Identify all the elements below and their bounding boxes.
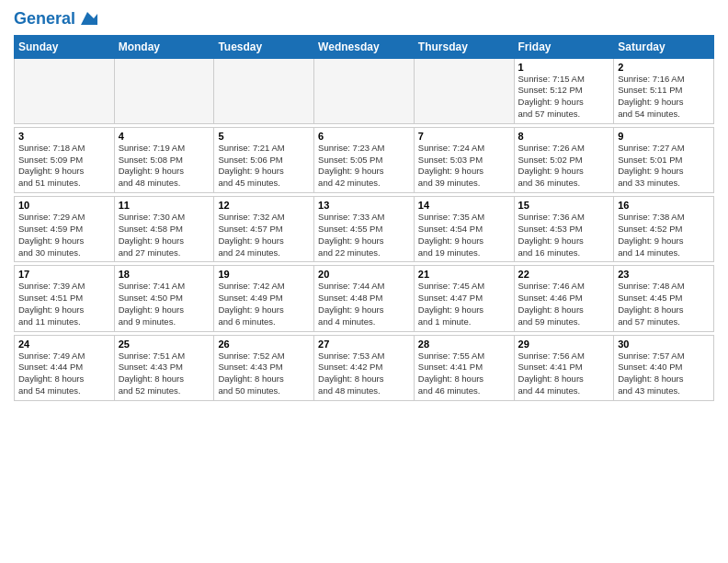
calendar-cell: 12Sunrise: 7:32 AM Sunset: 4:57 PM Dayli… bbox=[214, 197, 314, 262]
day-info: Sunrise: 7:35 AM Sunset: 4:54 PM Dayligh… bbox=[418, 212, 510, 259]
calendar-cell: 10Sunrise: 7:29 AM Sunset: 4:59 PM Dayli… bbox=[15, 197, 115, 262]
day-number: 1 bbox=[518, 62, 610, 73]
calendar-cell: 14Sunrise: 7:35 AM Sunset: 4:54 PM Dayli… bbox=[414, 197, 514, 262]
calendar-cell: 11Sunrise: 7:30 AM Sunset: 4:58 PM Dayli… bbox=[114, 197, 214, 262]
day-number: 10 bbox=[18, 200, 110, 211]
calendar-header-friday: Friday bbox=[514, 35, 614, 58]
calendar-cell bbox=[414, 58, 514, 123]
day-info: Sunrise: 7:39 AM Sunset: 4:51 PM Dayligh… bbox=[18, 281, 110, 327]
day-info: Sunrise: 7:49 AM Sunset: 4:44 PM Dayligh… bbox=[18, 350, 110, 397]
logo-icon bbox=[77, 8, 97, 29]
calendar-cell: 17Sunrise: 7:39 AM Sunset: 4:51 PM Dayli… bbox=[15, 266, 115, 331]
calendar-week-1: 1Sunrise: 7:15 AM Sunset: 5:12 PM Daylig… bbox=[15, 58, 714, 123]
day-number: 9 bbox=[618, 131, 710, 142]
calendar-cell: 27Sunrise: 7:53 AM Sunset: 4:42 PM Dayli… bbox=[314, 335, 415, 400]
calendar-header-row: SundayMondayTuesdayWednesdayThursdayFrid… bbox=[15, 35, 714, 58]
calendar-cell bbox=[114, 58, 214, 123]
calendar-week-2: 3Sunrise: 7:18 AM Sunset: 5:09 PM Daylig… bbox=[15, 127, 714, 192]
calendar-header-monday: Monday bbox=[114, 35, 214, 58]
day-info: Sunrise: 7:26 AM Sunset: 5:02 PM Dayligh… bbox=[518, 143, 610, 190]
calendar-cell: 29Sunrise: 7:56 AM Sunset: 4:41 PM Dayli… bbox=[514, 335, 614, 400]
day-number: 29 bbox=[518, 339, 610, 350]
day-number: 23 bbox=[618, 269, 710, 280]
day-info: Sunrise: 7:15 AM Sunset: 5:12 PM Dayligh… bbox=[518, 74, 610, 121]
day-info: Sunrise: 7:23 AM Sunset: 5:05 PM Dayligh… bbox=[318, 143, 410, 190]
day-info: Sunrise: 7:29 AM Sunset: 4:59 PM Dayligh… bbox=[18, 212, 110, 259]
svg-marker-0 bbox=[81, 12, 97, 25]
calendar-cell: 23Sunrise: 7:48 AM Sunset: 4:45 PM Dayli… bbox=[614, 266, 714, 331]
day-info: Sunrise: 7:36 AM Sunset: 4:53 PM Dayligh… bbox=[518, 212, 610, 259]
calendar-week-3: 10Sunrise: 7:29 AM Sunset: 4:59 PM Dayli… bbox=[15, 197, 714, 262]
day-number: 8 bbox=[518, 131, 610, 142]
calendar-week-4: 17Sunrise: 7:39 AM Sunset: 4:51 PM Dayli… bbox=[15, 266, 714, 331]
calendar-cell: 2Sunrise: 7:16 AM Sunset: 5:11 PM Daylig… bbox=[614, 58, 714, 123]
calendar-cell: 16Sunrise: 7:38 AM Sunset: 4:52 PM Dayli… bbox=[614, 197, 714, 262]
day-number: 30 bbox=[618, 339, 710, 350]
day-number: 11 bbox=[119, 200, 210, 211]
calendar-cell: 3Sunrise: 7:18 AM Sunset: 5:09 PM Daylig… bbox=[15, 127, 115, 192]
calendar-cell: 24Sunrise: 7:49 AM Sunset: 4:44 PM Dayli… bbox=[15, 335, 115, 400]
day-info: Sunrise: 7:48 AM Sunset: 4:45 PM Dayligh… bbox=[618, 281, 710, 327]
calendar-cell: 6Sunrise: 7:23 AM Sunset: 5:05 PM Daylig… bbox=[314, 127, 415, 192]
calendar-header-wednesday: Wednesday bbox=[314, 35, 415, 58]
day-info: Sunrise: 7:21 AM Sunset: 5:06 PM Dayligh… bbox=[218, 143, 310, 190]
day-number: 17 bbox=[18, 269, 110, 280]
calendar-cell: 18Sunrise: 7:41 AM Sunset: 4:50 PM Dayli… bbox=[114, 266, 214, 331]
day-info: Sunrise: 7:45 AM Sunset: 4:47 PM Dayligh… bbox=[418, 281, 510, 327]
calendar-cell: 26Sunrise: 7:52 AM Sunset: 4:43 PM Dayli… bbox=[214, 335, 314, 400]
day-info: Sunrise: 7:55 AM Sunset: 4:41 PM Dayligh… bbox=[418, 350, 510, 397]
calendar-header-sunday: Sunday bbox=[15, 35, 115, 58]
day-number: 2 bbox=[618, 62, 710, 73]
day-info: Sunrise: 7:32 AM Sunset: 4:57 PM Dayligh… bbox=[218, 212, 310, 259]
day-number: 21 bbox=[418, 269, 510, 280]
calendar-week-5: 24Sunrise: 7:49 AM Sunset: 4:44 PM Dayli… bbox=[15, 335, 714, 400]
calendar-cell: 1Sunrise: 7:15 AM Sunset: 5:12 PM Daylig… bbox=[514, 58, 614, 123]
day-number: 6 bbox=[318, 131, 410, 142]
day-number: 18 bbox=[119, 269, 210, 280]
day-number: 26 bbox=[218, 339, 310, 350]
calendar-cell: 21Sunrise: 7:45 AM Sunset: 4:47 PM Dayli… bbox=[414, 266, 514, 331]
day-number: 7 bbox=[418, 131, 510, 142]
day-number: 16 bbox=[618, 200, 710, 211]
day-info: Sunrise: 7:19 AM Sunset: 5:08 PM Dayligh… bbox=[119, 143, 210, 190]
day-info: Sunrise: 7:16 AM Sunset: 5:11 PM Dayligh… bbox=[618, 74, 710, 121]
day-number: 12 bbox=[218, 200, 310, 211]
calendar-cell bbox=[214, 58, 314, 123]
day-info: Sunrise: 7:18 AM Sunset: 5:09 PM Dayligh… bbox=[18, 143, 110, 190]
day-number: 14 bbox=[418, 200, 510, 211]
header: General bbox=[14, 9, 714, 29]
day-info: Sunrise: 7:27 AM Sunset: 5:01 PM Dayligh… bbox=[618, 143, 710, 190]
day-number: 22 bbox=[518, 269, 610, 280]
calendar-cell: 22Sunrise: 7:46 AM Sunset: 4:46 PM Dayli… bbox=[514, 266, 614, 331]
calendar-cell: 28Sunrise: 7:55 AM Sunset: 4:41 PM Dayli… bbox=[414, 335, 514, 400]
calendar-cell: 9Sunrise: 7:27 AM Sunset: 5:01 PM Daylig… bbox=[614, 127, 714, 192]
day-info: Sunrise: 7:38 AM Sunset: 4:52 PM Dayligh… bbox=[618, 212, 710, 259]
day-info: Sunrise: 7:57 AM Sunset: 4:40 PM Dayligh… bbox=[618, 350, 710, 397]
day-info: Sunrise: 7:30 AM Sunset: 4:58 PM Dayligh… bbox=[119, 212, 210, 259]
calendar-header-tuesday: Tuesday bbox=[214, 35, 314, 58]
day-number: 5 bbox=[218, 131, 310, 142]
day-info: Sunrise: 7:56 AM Sunset: 4:41 PM Dayligh… bbox=[518, 350, 610, 397]
day-info: Sunrise: 7:44 AM Sunset: 4:48 PM Dayligh… bbox=[318, 281, 410, 327]
calendar-cell: 30Sunrise: 7:57 AM Sunset: 4:40 PM Dayli… bbox=[614, 335, 714, 400]
calendar-header-thursday: Thursday bbox=[414, 35, 514, 58]
day-info: Sunrise: 7:33 AM Sunset: 4:55 PM Dayligh… bbox=[318, 212, 410, 259]
calendar-cell: 25Sunrise: 7:51 AM Sunset: 4:43 PM Dayli… bbox=[114, 335, 214, 400]
logo-text: General bbox=[14, 9, 75, 29]
day-number: 19 bbox=[218, 269, 310, 280]
calendar-cell: 20Sunrise: 7:44 AM Sunset: 4:48 PM Dayli… bbox=[314, 266, 415, 331]
day-info: Sunrise: 7:46 AM Sunset: 4:46 PM Dayligh… bbox=[518, 281, 610, 327]
calendar-cell: 13Sunrise: 7:33 AM Sunset: 4:55 PM Dayli… bbox=[314, 197, 415, 262]
day-info: Sunrise: 7:42 AM Sunset: 4:49 PM Dayligh… bbox=[218, 281, 310, 327]
calendar-cell: 5Sunrise: 7:21 AM Sunset: 5:06 PM Daylig… bbox=[214, 127, 314, 192]
day-info: Sunrise: 7:24 AM Sunset: 5:03 PM Dayligh… bbox=[418, 143, 510, 190]
calendar-cell: 8Sunrise: 7:26 AM Sunset: 5:02 PM Daylig… bbox=[514, 127, 614, 192]
calendar-cell bbox=[314, 58, 415, 123]
calendar-cell: 15Sunrise: 7:36 AM Sunset: 4:53 PM Dayli… bbox=[514, 197, 614, 262]
day-number: 13 bbox=[318, 200, 410, 211]
calendar-cell bbox=[15, 58, 115, 123]
day-info: Sunrise: 7:53 AM Sunset: 4:42 PM Dayligh… bbox=[318, 350, 410, 397]
day-info: Sunrise: 7:51 AM Sunset: 4:43 PM Dayligh… bbox=[119, 350, 210, 397]
day-number: 25 bbox=[119, 339, 210, 350]
day-number: 28 bbox=[418, 339, 510, 350]
